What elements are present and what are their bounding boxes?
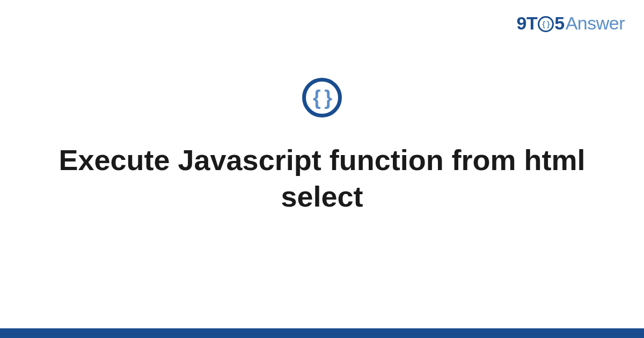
braces-icon: { } (302, 78, 342, 117)
logo-five: 5 (554, 13, 564, 34)
logo-o-icon: { } (538, 16, 554, 32)
logo-nine: 9 (517, 13, 526, 34)
page-title: Execute Javascript function from html se… (32, 142, 612, 215)
braces-glyph: { } (313, 87, 331, 108)
site-logo: 9 T { } 5 Answer (517, 13, 625, 34)
footer-bar (0, 328, 644, 338)
logo-answer: Answer (566, 13, 625, 34)
logo-o-inner: { } (543, 20, 550, 28)
logo-t: T (526, 13, 537, 34)
